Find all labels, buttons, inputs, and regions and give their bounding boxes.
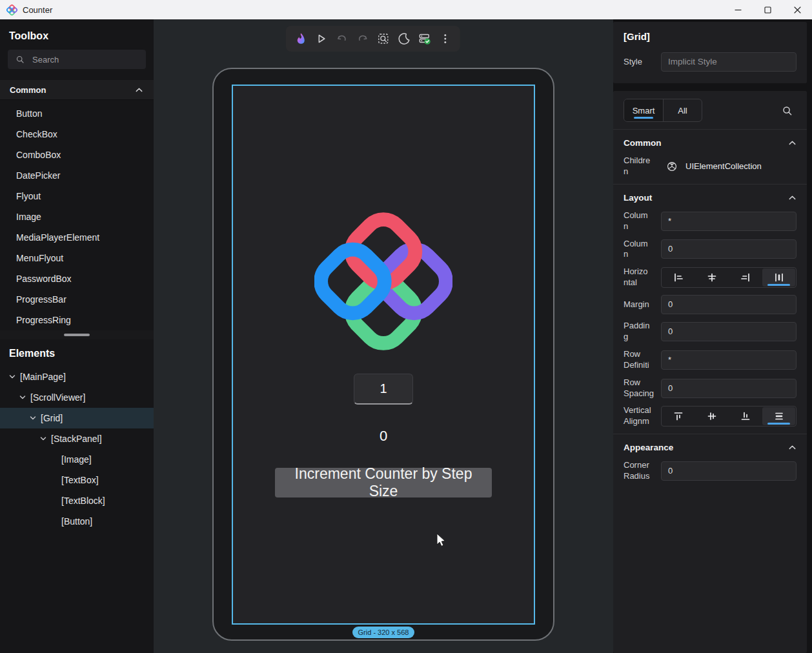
- window-title: Counter: [23, 5, 52, 15]
- section-common-header[interactable]: Common: [624, 130, 797, 156]
- margin-label: Margin: [624, 299, 661, 310]
- tab-smart-label: Smart: [633, 106, 655, 116]
- play-button[interactable]: [312, 29, 331, 48]
- toolbox-title: Toolbox: [9, 30, 145, 42]
- toolbox-item[interactable]: Flyout: [0, 186, 154, 206]
- corner-radius-row: Corner Radius 0: [624, 460, 797, 482]
- horizontal-alignment-group: [661, 267, 797, 288]
- toolbox-item[interactable]: Image: [0, 206, 154, 227]
- padding-row: Paddin g 0: [624, 321, 797, 343]
- tab-group: Smart All: [624, 99, 702, 122]
- toolbox-item[interactable]: Button: [0, 103, 154, 124]
- design-canvas[interactable]: 0 Increment Counter by Step Size Grid - …: [154, 19, 613, 653]
- align-right-button[interactable]: [729, 268, 762, 286]
- panel-splitter[interactable]: [0, 330, 154, 339]
- app-logo-image[interactable]: [314, 212, 452, 350]
- undo-button[interactable]: [332, 29, 352, 48]
- step-size-textbox[interactable]: [354, 374, 413, 405]
- kebab-menu-icon: [439, 32, 452, 45]
- corner-radius-input[interactable]: 0: [661, 461, 797, 481]
- margin-input[interactable]: 0: [661, 295, 797, 314]
- section-common: Common Childre n UIElementCollection: [613, 129, 807, 184]
- chevron-down-icon: [8, 373, 16, 381]
- toolbox-section-common[interactable]: Common: [0, 80, 154, 100]
- close-button[interactable]: [782, 0, 812, 19]
- tree-item[interactable]: [Image]: [0, 449, 154, 470]
- more-options-button[interactable]: [436, 29, 455, 48]
- increment-button[interactable]: Increment Counter by Step Size: [275, 468, 492, 497]
- search-icon: [15, 55, 25, 64]
- style-label: Style: [624, 57, 661, 68]
- elements-tree: [MainPage] [ScrollViewer] [Grid] [StackP…: [0, 367, 154, 532]
- column-input[interactable]: 0: [661, 239, 797, 259]
- tab-smart[interactable]: Smart: [624, 99, 663, 121]
- toolbox-item[interactable]: MenuFlyout: [0, 248, 154, 268]
- section-layout-header[interactable]: Layout: [624, 185, 797, 210]
- maximize-icon: [763, 5, 773, 15]
- device-screen-grid[interactable]: 0 Increment Counter by Step Size: [232, 85, 535, 625]
- tree-item[interactable]: [TextBlock]: [0, 490, 154, 511]
- align-center-button[interactable]: [696, 268, 729, 286]
- padding-input[interactable]: 0: [661, 322, 797, 341]
- chevron-down-icon: [29, 414, 37, 422]
- toolbox-item[interactable]: ProgressRing: [0, 310, 154, 330]
- children-row: Childre n UIElementCollection: [624, 156, 797, 177]
- corner-radius-label: Corner Radius: [624, 460, 661, 482]
- theme-toggle-button[interactable]: [394, 29, 414, 48]
- tree-item[interactable]: [ScrollViewer]: [0, 387, 154, 408]
- server-check-icon: [418, 32, 431, 45]
- align-stretch-button[interactable]: [762, 268, 795, 286]
- tree-item[interactable]: [Grid]: [0, 408, 154, 428]
- tree-item-label: [Button]: [61, 516, 92, 527]
- tree-item[interactable]: [Button]: [0, 511, 154, 532]
- device-frame: 0 Increment Counter by Step Size Grid - …: [212, 68, 554, 641]
- tree-item[interactable]: [StackPanel]: [0, 428, 154, 449]
- toolbox-item[interactable]: DatePicker: [0, 165, 154, 186]
- properties-search-button[interactable]: [777, 101, 797, 120]
- maximize-button[interactable]: [753, 0, 782, 19]
- align-right-icon: [740, 272, 751, 283]
- connection-status-button[interactable]: [415, 29, 434, 48]
- column-row: Colum n 0: [624, 239, 797, 261]
- section-appearance-label: Appearance: [624, 443, 673, 452]
- section-common-label: Common: [624, 138, 662, 148]
- section-label: Common: [10, 85, 46, 95]
- tree-item-label: [ScrollViewer]: [30, 392, 85, 403]
- toolbox-item[interactable]: ComboBox: [0, 145, 154, 165]
- redo-button[interactable]: [353, 29, 372, 48]
- toolbox-search[interactable]: [8, 50, 146, 69]
- style-input[interactable]: Implicit Style: [661, 52, 797, 72]
- tree-item[interactable]: [MainPage]: [0, 367, 154, 387]
- toolbox-item[interactable]: PasswordBox: [0, 268, 154, 289]
- align-bottom-button[interactable]: [729, 407, 762, 425]
- section-appearance-header[interactable]: Appearance: [624, 434, 797, 460]
- toolbox-list: Button CheckBox ComboBox DatePicker Flyo…: [0, 100, 154, 330]
- align-middle-button[interactable]: [696, 407, 729, 425]
- hot-design-button[interactable]: [291, 29, 310, 48]
- row-spacing-input[interactable]: 0: [661, 379, 797, 398]
- elements-title: Elements: [9, 348, 145, 359]
- tab-all[interactable]: All: [663, 99, 702, 121]
- toolbox-item[interactable]: CheckBox: [0, 124, 154, 145]
- tree-item-label: [TextBox]: [61, 475, 99, 485]
- column-definitions-input[interactable]: *: [661, 212, 797, 231]
- minimize-button[interactable]: [723, 0, 753, 19]
- section-layout-label: Layout: [624, 193, 652, 203]
- children-value[interactable]: UIElementCollection: [661, 161, 797, 172]
- zoom-region-button[interactable]: [374, 29, 393, 48]
- search-input[interactable]: [31, 54, 138, 65]
- row-definitions-input[interactable]: *: [661, 350, 797, 370]
- selected-element-card: [Grid] Style Implicit Style: [613, 22, 807, 83]
- tree-item-label: [MainPage]: [20, 372, 66, 382]
- align-left-button[interactable]: [662, 268, 695, 286]
- zoom-region-icon: [377, 32, 390, 45]
- tree-item[interactable]: [TextBox]: [0, 470, 154, 490]
- row-definitions-row: Row Definiti *: [624, 349, 797, 371]
- align-top-button[interactable]: [662, 407, 695, 425]
- align-vstretch-button[interactable]: [762, 407, 795, 425]
- toolbox-item[interactable]: MediaPlayerElement: [0, 227, 154, 248]
- toolbox-item[interactable]: ProgressBar: [0, 289, 154, 310]
- chevron-up-icon: [788, 443, 797, 452]
- counter-textblock[interactable]: 0: [380, 428, 387, 445]
- splitter-handle[interactable]: [64, 334, 90, 336]
